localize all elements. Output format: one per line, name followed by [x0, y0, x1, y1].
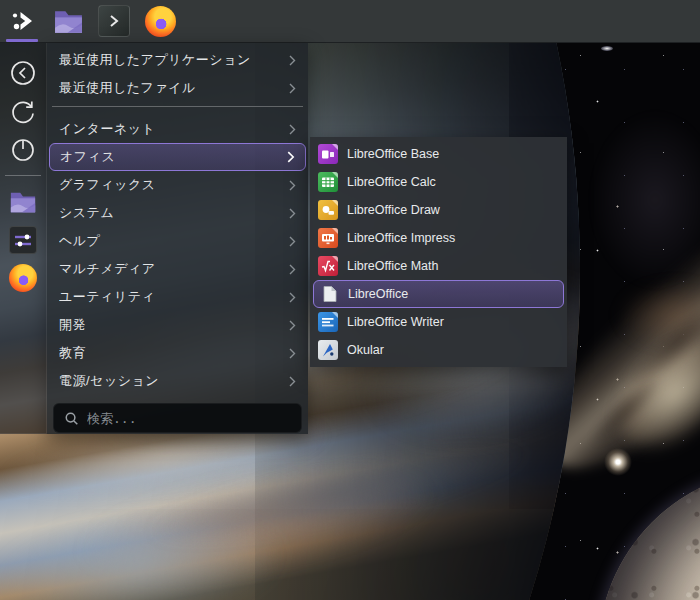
terminal-icon — [98, 5, 130, 37]
menu-item-label: 最近使用したアプリケーション — [59, 51, 289, 69]
menu-category-graphics[interactable]: グラフィックス — [47, 171, 308, 199]
submenu-item-libreoffice-calc[interactable]: LibreOffice Calc — [310, 168, 567, 196]
menu-item-recent-apps[interactable]: 最近使用したアプリケーション — [47, 46, 308, 74]
back-icon — [9, 59, 37, 87]
submenu-item-libreoffice-math[interactable]: LibreOffice Math — [310, 252, 567, 280]
power-icon — [9, 135, 37, 163]
chevron-right-icon — [289, 348, 296, 359]
menu-category-system[interactable]: システム — [47, 199, 308, 227]
chevron-right-icon — [289, 180, 296, 191]
search-input[interactable] — [87, 411, 291, 426]
sidebar-settings-button[interactable] — [5, 222, 41, 258]
libreoffice-icon — [319, 284, 339, 304]
submenu-item-libreoffice-impress[interactable]: LibreOffice Impress — [310, 224, 567, 252]
menu-category-utilities[interactable]: ユーティリティ — [47, 283, 308, 311]
libreoffice-impress-icon — [318, 228, 338, 248]
launcher-icon — [7, 6, 37, 36]
search-icon — [64, 411, 79, 426]
app-menu: 最近使用したアプリケーション 最近使用したファイル インターネット オフィス グ… — [47, 43, 308, 434]
chevron-right-icon — [289, 376, 296, 387]
sidebar-back-button[interactable] — [5, 55, 41, 91]
sidebar-firefox-button[interactable] — [5, 260, 41, 296]
chevron-right-icon — [289, 320, 296, 331]
chevron-right-icon — [289, 124, 296, 135]
submenu-item-libreoffice-draw[interactable]: LibreOffice Draw — [310, 196, 567, 224]
libreoffice-base-icon — [318, 144, 338, 164]
menu-category-power-session[interactable]: 電源/セッション — [47, 367, 308, 395]
file-manager-folder-icon — [9, 188, 37, 216]
sidebar-refresh-button[interactable] — [5, 93, 41, 129]
chevron-right-icon — [289, 208, 296, 219]
libreoffice-calc-icon — [318, 172, 338, 192]
menu-divider — [52, 106, 303, 107]
refresh-icon — [9, 97, 37, 125]
okular-icon — [318, 340, 338, 360]
sidebar-power-button[interactable] — [5, 131, 41, 167]
chevron-right-icon — [289, 236, 296, 247]
desktop: 最近使用したアプリケーション 最近使用したファイル インターネット オフィス グ… — [0, 0, 700, 600]
chevron-right-icon — [289, 55, 296, 66]
libreoffice-math-icon — [318, 256, 338, 276]
submenu-item-libreoffice[interactable]: LibreOffice — [313, 280, 564, 308]
menu-category-internet[interactable]: インターネット — [47, 115, 308, 143]
bright-star — [604, 448, 632, 476]
menu-item-recent-files[interactable]: 最近使用したファイル — [47, 74, 308, 102]
menu-category-help[interactable]: ヘルプ — [47, 227, 308, 255]
chevron-right-icon — [289, 83, 296, 94]
active-indicator — [6, 39, 38, 42]
chevron-right-icon — [289, 264, 296, 275]
firefox-icon — [145, 6, 176, 37]
submenu-item-libreoffice-base[interactable]: LibreOffice Base — [310, 140, 567, 168]
chevron-right-icon — [287, 151, 295, 163]
menu-category-education[interactable]: 教育 — [47, 339, 308, 367]
distant-galaxy — [601, 46, 613, 51]
sidebar-files-button[interactable] — [5, 184, 41, 220]
submenu-item-okular[interactable]: Okular — [310, 336, 567, 364]
menu-category-multimedia[interactable]: マルチメディア — [47, 255, 308, 283]
taskbar — [0, 0, 700, 43]
chevron-right-icon — [289, 292, 296, 303]
search-box — [53, 403, 302, 433]
menu-category-development[interactable]: 開発 — [47, 311, 308, 339]
taskbar-terminal-button[interactable] — [92, 0, 136, 43]
office-submenu: LibreOffice Base LibreOffice Calc LibreO… — [310, 137, 567, 367]
menu-item-label: 最近使用したファイル — [59, 79, 289, 97]
sidebar — [0, 43, 47, 434]
sidebar-divider — [5, 175, 41, 176]
settings-sliders-icon — [9, 226, 37, 254]
taskbar-files-button[interactable] — [46, 0, 90, 43]
file-manager-folder-icon — [53, 6, 84, 37]
menu-category-office[interactable]: オフィス — [49, 143, 306, 171]
libreoffice-draw-icon — [318, 200, 338, 220]
taskbar-launcher-button[interactable] — [0, 0, 44, 43]
libreoffice-writer-icon — [318, 312, 338, 332]
submenu-item-libreoffice-writer[interactable]: LibreOffice Writer — [310, 308, 567, 336]
taskbar-firefox-button[interactable] — [138, 0, 182, 43]
firefox-icon — [9, 264, 37, 292]
